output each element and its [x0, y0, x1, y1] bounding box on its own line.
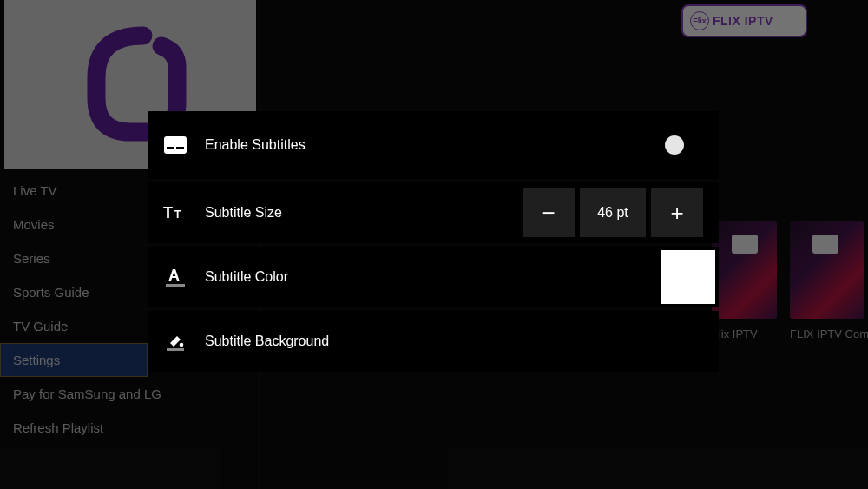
subtitle-size-value: 46 pt [580, 188, 646, 237]
row-subtitle-size: TT Subtitle Size − 46 pt + [148, 182, 719, 243]
enable-subtitles-label: Enable Subtitles [205, 137, 306, 153]
subtitle-background-label: Subtitle Background [205, 334, 329, 349]
subtitle-size-stepper: − 46 pt + [523, 188, 703, 237]
svg-text:T: T [174, 208, 181, 221]
text-size-icon: TT [163, 204, 187, 221]
row-enable-subtitles[interactable]: Enable Subtitles [148, 111, 719, 179]
svg-text:T: T [163, 204, 173, 221]
subtitle-color-label: Subtitle Color [205, 269, 288, 285]
row-subtitle-color[interactable]: A Subtitle Color [148, 247, 719, 307]
enable-subtitles-toggle[interactable] [665, 135, 684, 155]
svg-rect-8 [167, 348, 184, 351]
svg-rect-2 [176, 147, 184, 149]
fill-color-icon [163, 331, 187, 352]
subtitle-size-label: Subtitle Size [205, 205, 282, 221]
subtitles-icon [163, 136, 187, 154]
row-subtitle-background[interactable]: Subtitle Background [148, 311, 719, 372]
svg-text:A: A [168, 267, 180, 284]
decrease-button[interactable]: − [523, 188, 575, 237]
svg-point-7 [180, 343, 184, 347]
increase-button[interactable]: + [651, 188, 703, 237]
text-color-icon: A [163, 267, 187, 287]
subtitle-settings-modal: Enable Subtitles TT Subtitle Size − 46 p… [148, 111, 719, 372]
subtitle-color-swatch[interactable] [661, 250, 715, 304]
svg-rect-6 [166, 284, 185, 287]
svg-rect-1 [167, 147, 174, 149]
svg-rect-0 [164, 136, 187, 154]
